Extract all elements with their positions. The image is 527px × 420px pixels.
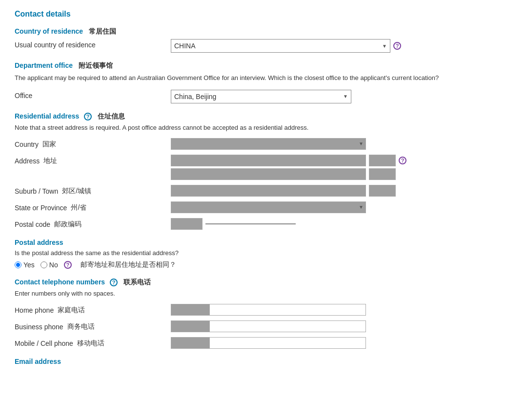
state-label-en: State or Province [15, 204, 67, 212]
address-line-2 [171, 168, 406, 180]
address-input-extra2[interactable] [369, 168, 396, 180]
home-phone-label-zh: 家庭电话 [58, 306, 85, 315]
chevron-down-icon: ▼ [343, 94, 348, 99]
telephone-instruction: Enter numbers only with no spaces. [15, 290, 512, 297]
office-input-group: China, Beijing ▼ [171, 90, 512, 103]
suburb-label-en: Suburb / Town [15, 187, 58, 195]
country-value: CHINA [174, 42, 196, 50]
country-select[interactable]: CHINA ▼ [171, 39, 390, 53]
postal-yes-label[interactable]: Yes [15, 261, 35, 269]
address-country-row: Country 国家 ▼ [15, 138, 512, 150]
country-residence-title-zh: 常居住国 [89, 27, 116, 35]
chevron-down-icon: ▼ [382, 43, 387, 49]
address-label-en: Address [15, 157, 40, 165]
telephone-title-en: Contact telephone numbers [15, 278, 105, 286]
suburb-row: Suburb / Town 郊区/城镇 [15, 185, 512, 197]
state-input-group: ▼ [171, 201, 512, 213]
postal-yes-text: Yes [23, 261, 35, 269]
mobile-phone-row: Mobile / Cell phone 移动电话 [15, 337, 512, 349]
address-help-icon[interactable]: ? [399, 157, 406, 164]
business-phone-inputs [171, 320, 366, 332]
department-office-heading: Department office 附近领事馆 [15, 61, 512, 70]
postal-label-en: Postal code [15, 220, 50, 228]
suburb-input-group [171, 185, 512, 197]
mobile-phone-input-group [171, 337, 512, 349]
usual-country-input-group: CHINA ▼ ? [171, 39, 512, 53]
postal-no-text: No [49, 261, 58, 269]
address-input-line2[interactable] [171, 168, 366, 180]
postal-address-question: Is the postal address the same as the re… [15, 249, 512, 257]
address-country-label-zh: 国家 [42, 140, 56, 149]
business-phone-label-zh: 商务电话 [67, 322, 95, 331]
address-input-line1[interactable] [171, 155, 366, 166]
address-country-label-en: Country [15, 140, 39, 148]
residential-address-heading: Residential address ? 住址信息 [15, 112, 512, 121]
address-country-select[interactable]: ▼ [171, 138, 366, 150]
postal-code-prefix[interactable] [171, 218, 203, 230]
office-value: China, Beijing [174, 93, 216, 100]
country-help-icon[interactable]: ? [393, 42, 401, 50]
residential-help-icon[interactable]: ? [84, 113, 92, 120]
address-row: Address 地址 ? [15, 155, 512, 180]
office-row: Office China, Beijing ▼ [15, 90, 512, 103]
business-phone-prefix[interactable] [171, 320, 210, 332]
email-heading: Email address [15, 358, 512, 365]
address-label-zh: 地址 [43, 157, 57, 165]
chevron-down-icon: ▼ [359, 141, 364, 146]
telephone-help-icon[interactable]: ? [110, 279, 118, 286]
telephone-title-zh: 联系电话 [123, 278, 151, 286]
home-phone-label-en: Home phone [15, 306, 54, 314]
dept-office-title-en: Department office [15, 61, 73, 69]
postal-code-input[interactable] [205, 223, 296, 224]
state-select[interactable]: ▼ [171, 201, 366, 213]
home-phone-prefix[interactable] [171, 304, 210, 316]
home-phone-number[interactable] [210, 304, 366, 316]
mobile-phone-label-en: Mobile / Cell phone [15, 340, 73, 347]
country-residence-title-en: Country of residence [15, 27, 83, 35]
residential-title-zh: 住址信息 [98, 112, 125, 120]
suburb-label-zh: 郊区/城镇 [62, 187, 91, 196]
postal-no-label[interactable]: No [41, 261, 58, 269]
address-input-group: ? [171, 155, 512, 180]
postal-label-zh: 邮政编码 [54, 220, 81, 229]
office-label: Office [15, 92, 32, 100]
contact-telephone-heading: Contact telephone numbers ? 联系电话 [15, 278, 512, 287]
postal-zh-text: 邮寄地址和居住地址是否相同？ [81, 260, 176, 269]
home-phone-row: Home phone 家庭电话 [15, 304, 512, 316]
suburb-input-extra[interactable] [369, 185, 396, 197]
address-lines: ? [171, 155, 406, 180]
mobile-phone-inputs [171, 337, 366, 349]
postal-same-radio-group: Yes No ? 邮寄地址和居住地址是否相同？ [15, 260, 512, 269]
address-line-1: ? [171, 155, 406, 166]
usual-country-row: Usual country of residence CHINA ▼ ? [15, 39, 512, 53]
office-select[interactable]: China, Beijing ▼ [171, 90, 351, 103]
business-phone-number[interactable] [210, 320, 366, 332]
postal-input-group [171, 218, 512, 230]
page-title: Contact details [15, 10, 512, 19]
department-office-description: The applicant may be required to attend … [15, 73, 512, 83]
mobile-phone-prefix[interactable] [171, 337, 210, 349]
home-phone-inputs [171, 304, 366, 316]
mobile-phone-number[interactable] [210, 337, 366, 349]
postal-help-icon[interactable]: ? [64, 261, 72, 269]
state-row: State or Province 州/省 ▼ [15, 201, 512, 213]
residential-note: Note that a street address is required. … [15, 124, 512, 131]
mobile-phone-label-zh: 移动电话 [77, 339, 104, 348]
state-label-zh: 州/省 [71, 203, 86, 212]
address-input-extra1[interactable] [369, 155, 396, 166]
country-of-residence-heading: Country of residence 常居住国 [15, 27, 512, 36]
postal-code-row: Postal code 邮政编码 [15, 218, 512, 230]
postal-no-radio[interactable] [41, 261, 47, 268]
address-country-input-group: ▼ [171, 138, 512, 150]
business-phone-row: Business phone 商务电话 [15, 320, 512, 332]
postal-address-heading: Postal address [15, 239, 512, 246]
business-phone-input-group [171, 320, 512, 332]
chevron-down-icon: ▼ [359, 204, 364, 210]
dept-office-title-zh: 附近领事馆 [79, 61, 113, 69]
business-phone-label-en: Business phone [15, 323, 63, 331]
postal-yes-radio[interactable] [15, 261, 21, 268]
usual-country-label: Usual country of residence [15, 41, 96, 49]
residential-title-en: Residential address [15, 112, 79, 120]
home-phone-input-group [171, 304, 512, 316]
suburb-input[interactable] [171, 185, 366, 197]
